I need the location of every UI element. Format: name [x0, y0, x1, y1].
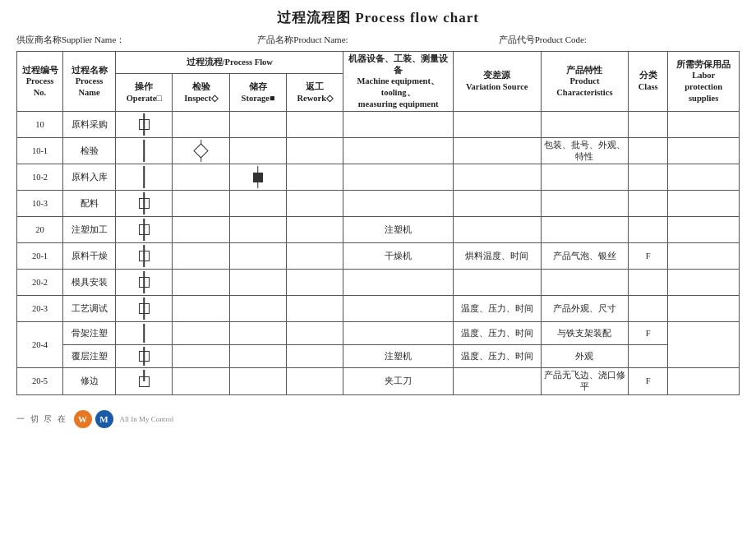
row-name: 原料入库 [63, 164, 116, 191]
row-no: 20-3 [17, 296, 63, 322]
row-product-char [541, 270, 629, 296]
row-class: F [629, 243, 668, 270]
th-storage: 储存 Storage■ [229, 73, 286, 111]
row-operate [116, 112, 173, 138]
row-storage [229, 243, 286, 270]
row-variation [453, 138, 541, 164]
row-no: 10 [17, 112, 63, 138]
row-product-char [541, 164, 629, 191]
row-no: 20-2 [17, 270, 63, 296]
logo-w: W [74, 410, 92, 428]
row-class [629, 191, 668, 217]
row-operate [116, 322, 173, 345]
table-row-20-4-bottom: 覆层注塑 注塑机 温度、压力、时间 外观 [17, 345, 740, 368]
row-product-char [541, 112, 629, 138]
row-inspect [173, 164, 229, 191]
row-class [629, 138, 668, 164]
row-labor [668, 270, 740, 296]
footer-tagline: All In My Control [120, 415, 174, 423]
row-storage [229, 112, 286, 138]
row-name: 检验 [63, 138, 116, 164]
row-product-char: 外观 [541, 345, 629, 368]
row-inspect [173, 270, 229, 296]
row-storage [229, 217, 286, 243]
table-row: 20-1 原料干燥 干燥机 烘料温度、时间 产品气泡、银丝 F [17, 243, 740, 270]
row-rework [287, 191, 343, 217]
row-variation: 温度、压力、时间 [453, 345, 541, 368]
row-variation: 温度、压力、时间 [453, 296, 541, 322]
row-name: 模具安装 [63, 270, 116, 296]
row-operate [116, 243, 173, 270]
row-name: 覆层注塑 [63, 345, 116, 368]
row-machine [343, 296, 453, 322]
row-class [629, 345, 668, 368]
row-storage [229, 296, 286, 322]
row-rework [287, 368, 343, 394]
row-no: 10-3 [17, 191, 63, 217]
row-labor [668, 164, 740, 191]
row-variation: 温度、压力、时间 [453, 322, 541, 345]
header-info: 供应商名称Supplier Name： 产品名称Product Name: 产品… [16, 34, 740, 46]
row-inspect [173, 191, 229, 217]
row-no: 20 [17, 217, 63, 243]
row-variation [453, 368, 541, 394]
row-inspect [173, 322, 229, 345]
row-labor [668, 191, 740, 217]
th-inspect: 检验 Inspect◇ [173, 73, 229, 111]
row-rework [287, 217, 343, 243]
row-class [629, 217, 668, 243]
row-machine [343, 270, 453, 296]
row-labor [668, 322, 740, 368]
row-name: 注塑加工 [63, 217, 116, 243]
row-rework [287, 345, 343, 368]
th-variation: 变差源 Variation Source [453, 52, 541, 112]
footer: 一 切 尽 在 W M All In My Control [16, 410, 740, 428]
page-title: 过程流程图 Process flow chart [16, 8, 740, 27]
row-rework [287, 164, 343, 191]
table-row: 20-3 工艺调试 温度、压力、时间 产品外观、尺寸 [17, 296, 740, 322]
footer-logo: W M [74, 410, 113, 428]
row-class: F [629, 368, 668, 394]
row-storage [229, 368, 286, 394]
row-labor [668, 243, 740, 270]
logo-m: M [95, 410, 113, 428]
row-inspect [173, 296, 229, 322]
row-inspect [173, 243, 229, 270]
row-machine [343, 322, 453, 345]
row-operate [116, 164, 173, 191]
row-machine: 注塑机 [343, 345, 453, 368]
row-labor [668, 112, 740, 138]
table-row: 10-2 原料入库 [17, 164, 740, 191]
row-operate [116, 270, 173, 296]
th-machine: 机器设备、工装、测量设备 Machine equipment、tooling、 … [343, 52, 453, 112]
row-no: 20-1 [17, 243, 63, 270]
row-rework [287, 270, 343, 296]
row-operate [116, 368, 173, 394]
row-variation [453, 112, 541, 138]
row-rework [287, 243, 343, 270]
row-storage [229, 322, 286, 345]
table-row: 10-1 检验 包装、批号、外观 [17, 138, 740, 164]
row-labor [668, 138, 740, 164]
row-machine: 干燥机 [343, 243, 453, 270]
table-row-20-4-top: 20-4 骨架注塑 温度、压力、时间 与铁支架装配 F [17, 322, 740, 345]
table-row: 10 原料采购 [17, 112, 740, 138]
row-storage [229, 345, 286, 368]
row-name: 修边 [63, 368, 116, 394]
page: 过程流程图 Process flow chart 供应商名称Supplier N… [0, 0, 756, 535]
row-product-char [541, 191, 629, 217]
row-storage [229, 270, 286, 296]
th-process-no: 过程编号 Process No. [17, 52, 63, 112]
row-product-char: 包装、批号、外观、特性 [541, 138, 629, 164]
row-name: 骨架注塑 [63, 322, 116, 345]
table-row: 20 注塑加工 注塑机 [17, 217, 740, 243]
row-operate [116, 345, 173, 368]
row-variation [453, 191, 541, 217]
row-inspect [173, 138, 229, 164]
th-labor: 所需劳保用品 Labor protection supplies [668, 52, 740, 112]
row-operate [116, 217, 173, 243]
supplier-label: 供应商名称Supplier Name： [16, 34, 257, 46]
code-label: 产品代号Product Code: [499, 34, 740, 46]
row-machine [343, 138, 453, 164]
row-rework [287, 112, 343, 138]
